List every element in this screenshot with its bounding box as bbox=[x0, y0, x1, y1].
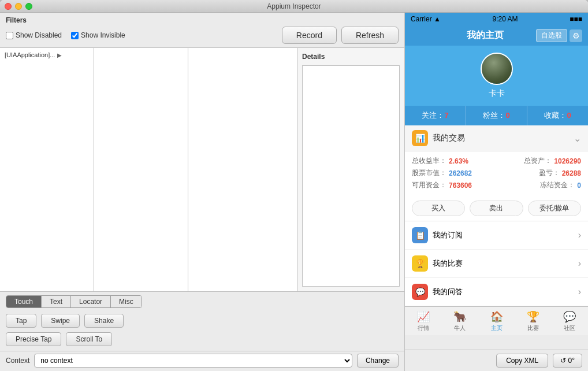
traffic-lights bbox=[5, 3, 32, 10]
avatar-image bbox=[482, 54, 512, 84]
show-disabled-label[interactable]: Show Disabled bbox=[6, 31, 62, 39]
total-assets-value: 1026290 bbox=[554, 157, 581, 165]
tab-text[interactable]: Text bbox=[42, 296, 71, 307]
trading-data-row-1: 总收益率： 2.63% 总资产： 1026290 bbox=[412, 156, 581, 166]
shake-button[interactable]: Shake bbox=[84, 314, 124, 328]
wifi-icon: ▲ bbox=[434, 15, 441, 23]
my-trading-header[interactable]: 📊 我的交易 ⌄ bbox=[405, 125, 588, 151]
nav-item-contest[interactable]: 🏆 比赛 bbox=[515, 307, 551, 335]
total-return-value: 2.63% bbox=[449, 157, 468, 165]
tree-column-3 bbox=[188, 48, 282, 291]
window-title: Appium Inspector bbox=[267, 2, 321, 10]
swipe-button[interactable]: Swipe bbox=[41, 314, 80, 328]
phone-screen: Carrier ▲ 9:20 AM ■■■ 我的主页 自选股 ⚙ bbox=[405, 13, 588, 350]
nav-item-community[interactable]: 💬 社区 bbox=[552, 307, 588, 335]
profile-section: 卡卡 bbox=[405, 46, 588, 106]
stock-value-value: 262682 bbox=[449, 169, 472, 177]
stat-favorites-value: 0 bbox=[567, 111, 571, 120]
stat-fans-label: 粉丝： bbox=[483, 111, 505, 120]
context-select[interactable]: no context bbox=[34, 354, 352, 368]
tree-column-2 bbox=[94, 48, 188, 291]
stat-following[interactable]: 关注：7 bbox=[405, 106, 466, 125]
entrustment-button[interactable]: 委托/撤单 bbox=[528, 201, 581, 216]
show-disabled-checkbox[interactable] bbox=[6, 32, 13, 39]
qa-icon: 💬 bbox=[412, 284, 428, 300]
maximize-button[interactable] bbox=[25, 3, 32, 10]
stat-following-label: 关注： bbox=[422, 111, 444, 120]
show-invisible-label[interactable]: Show Invisible bbox=[71, 31, 125, 39]
show-invisible-checkbox[interactable] bbox=[71, 32, 79, 39]
title-bar: Appium Inspector bbox=[0, 0, 588, 13]
trading-icon-symbol: 📊 bbox=[415, 133, 425, 143]
stat-fans[interactable]: 粉丝：0 bbox=[466, 106, 527, 125]
tab-misc[interactable]: Misc bbox=[111, 296, 142, 307]
list-item-contest[interactable]: 🏆 我的比赛 › bbox=[405, 250, 588, 278]
nav-item-home[interactable]: 🏠 主页 bbox=[478, 307, 515, 335]
available-funds-label: 可用资金： bbox=[412, 180, 446, 190]
tab-touch[interactable]: Touch bbox=[6, 296, 42, 307]
subscriptions-chevron-icon: › bbox=[578, 230, 581, 240]
sell-button[interactable]: 卖出 bbox=[470, 201, 523, 216]
bottom-nav: 📈 行情 🐂 牛人 🏠 主页 🏆 比赛 bbox=[405, 306, 588, 335]
list-item-qa-left: 💬 我的问答 bbox=[412, 284, 463, 300]
bottom-bar: Touch Text Locator Misc Tap Swipe Shake … bbox=[0, 291, 404, 371]
my-trading-title: 我的交易 bbox=[433, 133, 465, 143]
nav-item-market[interactable]: 📈 行情 bbox=[405, 307, 441, 335]
tab-locator[interactable]: Locator bbox=[71, 296, 111, 307]
filters-label: Filters bbox=[6, 16, 399, 24]
list-item-subscriptions[interactable]: 📋 我的订阅 › bbox=[405, 221, 588, 250]
total-return-item: 总收益率： 2.63% bbox=[412, 156, 468, 166]
contest-chevron-icon: › bbox=[578, 258, 581, 269]
contest-icon: 🏆 bbox=[412, 255, 428, 272]
stat-fans-value: 0 bbox=[505, 111, 509, 120]
available-funds-item: 可用资金： 763606 bbox=[412, 180, 472, 190]
stock-value-label: 股票市值： bbox=[412, 168, 446, 178]
qa-chevron-icon: › bbox=[578, 287, 581, 297]
nav-bull-label: 牛人 bbox=[454, 324, 466, 332]
actions-row-2: Precise Tap Scroll To bbox=[0, 332, 404, 351]
precise-tap-button[interactable]: Precise Tap bbox=[6, 332, 61, 346]
subscriptions-icon: 📋 bbox=[412, 227, 428, 243]
stat-favorites[interactable]: 收藏：0 bbox=[527, 106, 588, 125]
stat-following-value: 7 bbox=[444, 111, 448, 120]
list-item-subscriptions-left: 📋 我的订阅 bbox=[412, 227, 463, 243]
settings-gear-icon[interactable]: ⚙ bbox=[570, 29, 582, 42]
tree-column-1: [UIAApplication]... ▶ bbox=[0, 48, 94, 291]
nav-community-label: 社区 bbox=[564, 324, 575, 332]
main-window: Appium Inspector Filters Show Disabled S… bbox=[0, 0, 588, 371]
scroll-to-button[interactable]: Scroll To bbox=[66, 332, 112, 346]
tree-arrow-icon: ▶ bbox=[57, 52, 62, 58]
status-bar: Carrier ▲ 9:20 AM ■■■ bbox=[405, 13, 588, 25]
frozen-funds-item: 冻结资金： 0 bbox=[540, 180, 581, 190]
details-label: Details bbox=[300, 50, 402, 63]
close-button[interactable] bbox=[5, 3, 12, 10]
copy-xml-button[interactable]: Copy XML bbox=[496, 354, 548, 368]
trading-data-row-3: 可用资金： 763606 冻结资金： 0 bbox=[412, 180, 581, 190]
nav-home-label: 主页 bbox=[491, 324, 503, 332]
subscriptions-label: 我的订阅 bbox=[433, 230, 463, 240]
total-assets-label: 总资产： bbox=[524, 156, 552, 166]
nav-market-label: 行情 bbox=[418, 324, 429, 332]
home-nav-icon: 🏠 bbox=[490, 310, 503, 323]
tap-button[interactable]: Tap bbox=[6, 314, 36, 328]
available-funds-value: 763606 bbox=[449, 181, 472, 190]
frozen-funds-value: 0 bbox=[577, 181, 581, 190]
list-item-qa[interactable]: 💬 我的问答 › bbox=[405, 278, 588, 306]
custom-stock-button[interactable]: 自选股 bbox=[536, 29, 567, 42]
change-button[interactable]: Change bbox=[357, 354, 399, 368]
rotate-button[interactable]: ↺ 0° bbox=[553, 354, 582, 368]
minimize-button[interactable] bbox=[15, 3, 22, 10]
stats-row: 关注：7 粉丝：0 收藏：0 bbox=[405, 106, 588, 125]
stock-value-item: 股票市值： 262682 bbox=[412, 168, 472, 178]
buy-button[interactable]: 买入 bbox=[412, 201, 465, 216]
nav-contest-label: 比赛 bbox=[527, 324, 539, 332]
app-header: 我的主页 自选股 ⚙ bbox=[405, 25, 588, 46]
trading-chevron-icon: ⌄ bbox=[574, 133, 581, 144]
profit-loss-label: 盈亏： bbox=[539, 168, 560, 178]
total-return-label: 总收益率： bbox=[412, 156, 446, 166]
tree-item-root[interactable]: [UIAApplication]... ▶ bbox=[2, 50, 91, 60]
refresh-button[interactable]: Refresh bbox=[341, 27, 399, 44]
nav-item-bull[interactable]: 🐂 牛人 bbox=[441, 307, 478, 335]
filters-row: Show Disabled Show Invisible Record Refr… bbox=[6, 27, 399, 44]
record-button[interactable]: Record bbox=[282, 27, 337, 44]
